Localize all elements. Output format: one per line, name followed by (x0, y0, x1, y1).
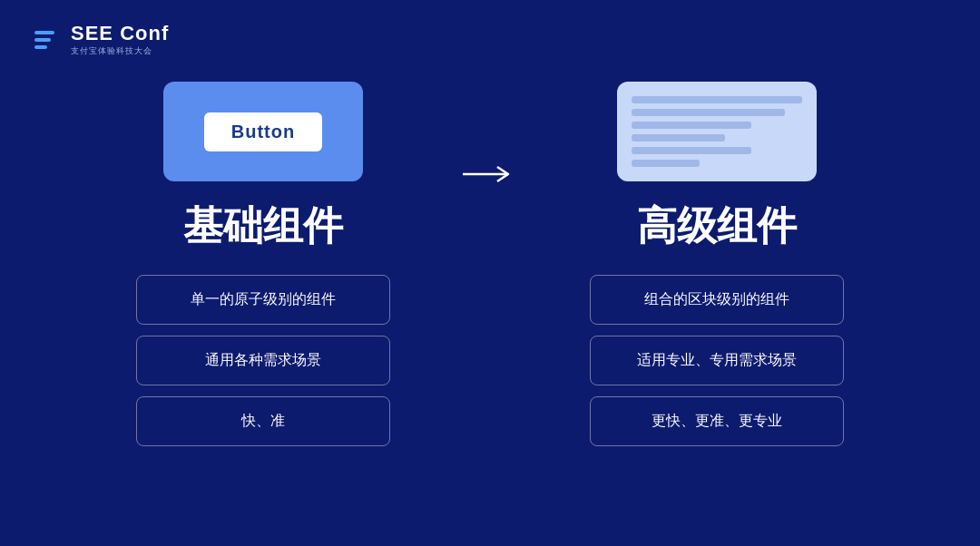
card-line-5 (632, 147, 751, 154)
svg-rect-1 (34, 38, 51, 42)
header: SEE Conf 支付宝体验科技大会 (33, 22, 169, 57)
card-line-6 (632, 160, 700, 167)
header-title: SEE Conf (71, 22, 169, 45)
button-inner-label: Button (204, 112, 322, 151)
left-column: Button 基础组件 单一的原子级别的组件 通用各种需求场景 快、准 (73, 73, 454, 446)
arrow-area (454, 73, 526, 185)
left-feature-item-3: 快、准 (136, 396, 390, 446)
left-feature-list: 单一的原子级别的组件 通用各种需求场景 快、准 (136, 275, 390, 446)
svg-rect-2 (34, 45, 47, 49)
main-content: Button 基础组件 单一的原子级别的组件 通用各种需求场景 快、准 高级组件 (0, 73, 980, 546)
button-illustration: Button (163, 82, 363, 181)
left-feature-item-1: 单一的原子级别的组件 (136, 275, 390, 325)
left-feature-item-2: 通用各种需求场景 (136, 336, 390, 385)
right-feature-item-1: 组合的区块级别的组件 (590, 275, 844, 325)
header-text-group: SEE Conf 支付宝体验科技大会 (71, 22, 169, 57)
card-line-4 (632, 134, 725, 141)
card-illustration (617, 82, 817, 181)
left-section-title: 基础组件 (183, 200, 343, 253)
right-feature-item-3: 更快、更准、更专业 (590, 396, 844, 446)
header-subtitle: 支付宝体验科技大会 (71, 45, 169, 57)
right-column: 高级组件 组合的区块级别的组件 适用专业、专用需求场景 更快、更准、更专业 (526, 73, 907, 446)
right-section-title: 高级组件 (637, 200, 797, 253)
logo-icon (33, 25, 62, 54)
right-feature-item-2: 适用专业、专用需求场景 (590, 336, 844, 385)
card-line-1 (632, 96, 802, 103)
svg-rect-0 (34, 31, 54, 34)
card-line-3 (632, 122, 751, 129)
card-line-2 (632, 109, 785, 116)
right-feature-list: 组合的区块级别的组件 适用专业、专用需求场景 更快、更准、更专业 (590, 275, 844, 446)
arrow-icon (463, 163, 517, 185)
